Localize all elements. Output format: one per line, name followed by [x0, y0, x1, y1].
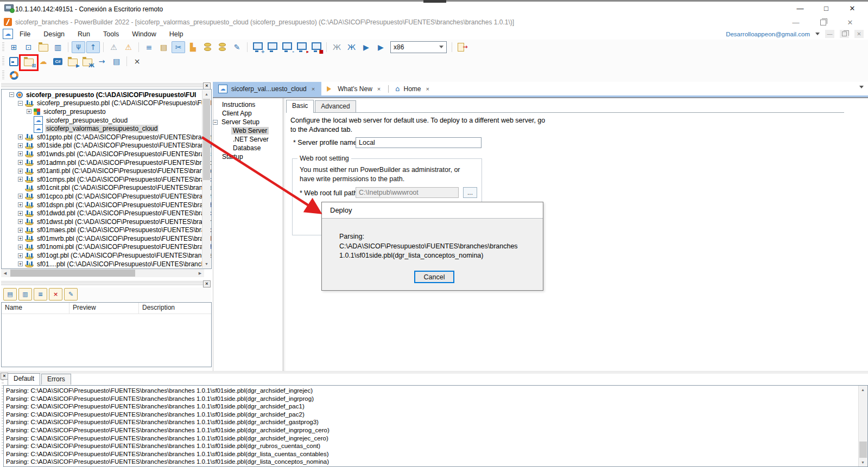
snapdevelop-swirl-icon[interactable]	[7, 69, 21, 81]
run-project-icon[interactable]: ▶	[66, 55, 79, 67]
cloud-services-icon[interactable]: ☁	[36, 55, 50, 67]
account-link[interactable]: Desarrolloappeon@gmail.com	[726, 31, 810, 37]
mdi-restore-button[interactable]	[840, 30, 849, 38]
toolbar-grip[interactable]	[2, 42, 4, 52]
output-panel-splitter[interactable]	[0, 371, 868, 374]
column-header-name[interactable]: Name	[2, 303, 69, 314]
tab-basic[interactable]: Basic	[286, 100, 314, 113]
library-panes-icon[interactable]: ▥	[51, 41, 65, 53]
tree-item[interactable]: +sf01wnds.pbl (C:\ADA\SICOF\Presupuesto\…	[2, 150, 211, 158]
menu-design[interactable]: Design	[37, 28, 71, 40]
nav-item--net-server[interactable]: .NET Server	[214, 135, 282, 144]
tree-panel-grip[interactable]	[1, 83, 211, 88]
edit-comment-icon[interactable]: ✎	[64, 288, 78, 300]
account-caret-icon[interactable]	[815, 33, 820, 37]
expand-icon[interactable]: +	[18, 253, 23, 258]
menu-help[interactable]: Help	[163, 28, 190, 40]
collapse-icon[interactable]: −	[18, 101, 23, 106]
close-icon[interactable]: ×	[376, 86, 382, 92]
csharp-icon[interactable]: C#	[51, 55, 65, 67]
expand-icon[interactable]: +	[18, 261, 23, 266]
tab-errors[interactable]: Errors	[41, 374, 71, 385]
tree-hscrollbar-thumb[interactable]	[10, 270, 135, 277]
output-vertical-scrollbar[interactable]: ▲ ▼	[858, 386, 867, 466]
collapse-icon[interactable]: −	[9, 92, 14, 97]
rdp-maximize-button[interactable]: □	[818, 3, 834, 13]
tree-item[interactable]: +sf01cpco.pbl (C:\ADA\SICOF\Presupuesto\…	[2, 192, 211, 201]
expand-icon[interactable]: +	[18, 151, 23, 156]
database-profile-icon[interactable]	[201, 41, 214, 53]
expand-icon[interactable]: +	[18, 236, 23, 241]
tree-item[interactable]: sf01cnit.pbl (C:\ADA\SICOF\Presupuesto\F…	[2, 184, 211, 193]
list-panel-grip[interactable]	[1, 281, 211, 286]
browse-button[interactable]: ...	[463, 187, 477, 198]
warnings-outline-icon[interactable]: ⚠	[107, 41, 121, 53]
debug-project-icon[interactable]: Ж	[80, 55, 94, 67]
nav-item-web-server[interactable]: Web Server	[214, 126, 282, 135]
expand-icon[interactable]: +	[18, 135, 23, 139]
warnings-filled-icon[interactable]: ⚠	[122, 41, 135, 53]
rdp-pin-tab[interactable]	[423, 0, 446, 3]
tree-item[interactable]: +sicoferp_presupuesto	[2, 107, 211, 116]
scroll-up-icon[interactable]: ▲	[859, 386, 867, 394]
output-panel-close-button[interactable]: ×	[1, 373, 8, 380]
exit-icon[interactable]	[455, 41, 469, 53]
tab-default[interactable]: Default	[8, 373, 40, 385]
target-architecture-select[interactable]: x86	[390, 41, 447, 53]
nav-item-server-setup[interactable]: −Server Setup	[214, 118, 282, 126]
workspace-tree-icon[interactable]: ⋔	[72, 41, 85, 53]
nav-item-database[interactable]: Database	[214, 144, 282, 152]
scroll-left-icon[interactable]: ◀	[1, 269, 9, 277]
tree-item[interactable]: +sf01anti.pbl (C:\ADA\SICOF\Presupuesto\…	[2, 167, 211, 175]
doc-tab-what-s-new[interactable]: What's New×	[321, 82, 387, 95]
nav-item-instructions[interactable]: Instructions	[214, 100, 282, 109]
scroll-right-icon[interactable]: ▶	[196, 269, 204, 277]
tree-item[interactable]: +sf01maes.pbl (C:\ADA\SICOF\Presupuesto\…	[2, 226, 211, 235]
toolbar-grip[interactable]	[2, 56, 4, 66]
tree-item[interactable]: +sf01side.pbl (C:\ADA\SICOF\Presupuesto\…	[2, 142, 211, 150]
app-restore-button[interactable]	[815, 17, 831, 27]
tree-item[interactable]: +sf01ogt.pbl (C:\ADA\SICOF\Presupuesto\F…	[2, 251, 211, 260]
new-object-icon[interactable]: ⊞	[7, 41, 21, 53]
run-icon[interactable]: ▶	[359, 41, 373, 53]
scroll-up-icon[interactable]: ▲	[202, 90, 211, 98]
debug-bug-icon[interactable]: Ж	[330, 41, 344, 53]
debug-bug-select-icon[interactable]: Ж	[345, 41, 358, 53]
tree-horizontal-scrollbar[interactable]: ◀ ▶	[1, 269, 204, 277]
mdi-close-button[interactable]: ✕	[854, 30, 864, 38]
delete-icon[interactable]: ×	[49, 288, 62, 300]
window-new-icon[interactable]: +	[251, 41, 264, 53]
window-record-icon[interactable]: ▸	[295, 41, 308, 53]
tree-item[interactable]: +sf01ppto.pbl (C:\ADA\SICOF\Presupuesto\…	[2, 133, 211, 142]
app-close-button[interactable]: ✕	[842, 17, 858, 27]
app-minimize-button[interactable]: —	[788, 17, 804, 27]
close-icon[interactable]: ×	[311, 86, 316, 92]
expand-icon[interactable]: +	[18, 228, 23, 233]
rdp-minimize-button[interactable]: —	[792, 3, 808, 13]
server-profile-input[interactable]: Local	[356, 137, 481, 148]
list-panel-close-button[interactable]: ×	[203, 280, 211, 287]
close-icon[interactable]: ×	[130, 55, 144, 67]
cancel-button[interactable]: Cancel	[414, 271, 454, 283]
tree-vertical-scrollbar[interactable]: ▲ ▼	[202, 90, 211, 268]
tree-item[interactable]: +sf01nomi.pbl (C:\ADA\SICOF\Presupuesto\…	[2, 243, 211, 252]
deploy-dialog-titlebar[interactable]: Deploy	[322, 202, 543, 219]
toolbar-grip[interactable]	[2, 71, 4, 80]
expand-icon[interactable]: +	[18, 211, 23, 216]
menu-window[interactable]: Window	[125, 28, 162, 40]
window-close-icon[interactable]: -	[280, 41, 294, 53]
doc-tab-painter[interactable]: ☁sicoferp_val...uesto_cloud×	[213, 82, 321, 95]
tree-item[interactable]: +sf01dwdd.pbl (C:\ADA\SICOF\Presupuesto\…	[2, 209, 211, 217]
rename-icon[interactable]: ≡	[34, 288, 47, 300]
library-painter-icon[interactable]: ✂	[172, 41, 185, 53]
tree-item[interactable]: −sicoferp_presupuesto (C:\ADA\SICOF\Pres…	[2, 91, 211, 99]
tree-item[interactable]: ☁sicoferp_presupuesto_cloud	[2, 116, 211, 125]
webroot-path-input[interactable]: C:\Inetpub\wwwroot	[356, 187, 459, 198]
scroll-down-icon[interactable]: ▼	[202, 260, 211, 268]
window-stop-icon[interactable]: ■	[309, 41, 323, 53]
tree-item[interactable]: −sicoferp_presupuesto.pbl (C:\ADA\SICOF\…	[2, 99, 211, 108]
expand-icon[interactable]: +	[18, 143, 23, 148]
edit-source-icon[interactable]: ✎	[230, 41, 244, 53]
tab-list-caret-icon[interactable]	[859, 86, 864, 91]
mdi-child-icon[interactable]: ☁	[3, 29, 13, 39]
